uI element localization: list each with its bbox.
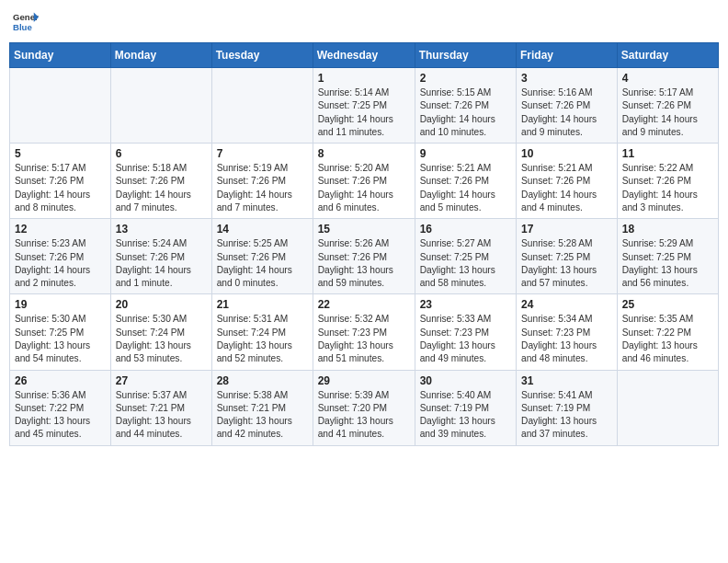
- calendar-week-3: 12Sunrise: 5:23 AM Sunset: 7:26 PM Dayli…: [10, 219, 719, 294]
- calendar-cell: 8Sunrise: 5:20 AM Sunset: 7:26 PM Daylig…: [313, 144, 415, 219]
- logo: General Blue: [13, 9, 39, 35]
- day-header-wednesday: Wednesday: [313, 43, 415, 68]
- calendar-cell: 9Sunrise: 5:21 AM Sunset: 7:26 PM Daylig…: [415, 144, 516, 219]
- calendar-cell: 30Sunrise: 5:40 AM Sunset: 7:19 PM Dayli…: [415, 370, 516, 445]
- calendar-cell: 10Sunrise: 5:21 AM Sunset: 7:26 PM Dayli…: [517, 144, 618, 219]
- day-info: Sunrise: 5:37 AM Sunset: 7:21 PM Dayligh…: [116, 389, 207, 442]
- day-number: 12: [15, 223, 106, 236]
- day-number: 23: [420, 298, 511, 311]
- day-number: 10: [521, 147, 612, 160]
- day-number: 13: [116, 223, 207, 236]
- day-info: Sunrise: 5:33 AM Sunset: 7:23 PM Dayligh…: [420, 313, 511, 365]
- day-number: 16: [420, 223, 511, 236]
- day-info: Sunrise: 5:30 AM Sunset: 7:25 PM Dayligh…: [15, 313, 106, 365]
- day-info: Sunrise: 5:41 AM Sunset: 7:19 PM Dayligh…: [521, 389, 612, 442]
- calendar-table: SundayMondayTuesdayWednesdayThursdayFrid…: [9, 42, 719, 446]
- day-info: Sunrise: 5:22 AM Sunset: 7:26 PM Dayligh…: [622, 162, 713, 214]
- day-number: 17: [521, 223, 612, 236]
- day-header-monday: Monday: [110, 43, 211, 68]
- calendar-cell: 19Sunrise: 5:30 AM Sunset: 7:25 PM Dayli…: [10, 294, 111, 370]
- page-header: General Blue: [9, 9, 719, 35]
- calendar-cell: 6Sunrise: 5:18 AM Sunset: 7:26 PM Daylig…: [110, 144, 211, 219]
- day-info: Sunrise: 5:36 AM Sunset: 7:22 PM Dayligh…: [15, 389, 106, 442]
- calendar-week-1: 1Sunrise: 5:14 AM Sunset: 7:25 PM Daylig…: [10, 68, 719, 144]
- day-number: 1: [318, 72, 410, 85]
- calendar-cell: 14Sunrise: 5:25 AM Sunset: 7:26 PM Dayli…: [211, 219, 313, 294]
- day-info: Sunrise: 5:17 AM Sunset: 7:26 PM Dayligh…: [15, 162, 106, 214]
- day-info: Sunrise: 5:25 AM Sunset: 7:26 PM Dayligh…: [217, 237, 308, 290]
- day-number: 14: [217, 223, 308, 236]
- day-info: Sunrise: 5:39 AM Sunset: 7:20 PM Dayligh…: [318, 389, 410, 442]
- day-info: Sunrise: 5:30 AM Sunset: 7:24 PM Dayligh…: [116, 313, 207, 365]
- day-number: 30: [420, 374, 511, 387]
- day-number: 8: [318, 147, 410, 160]
- calendar-cell: 29Sunrise: 5:39 AM Sunset: 7:20 PM Dayli…: [313, 370, 415, 445]
- day-number: 9: [420, 147, 511, 160]
- day-number: 11: [622, 147, 713, 160]
- day-info: Sunrise: 5:17 AM Sunset: 7:26 PM Dayligh…: [622, 86, 713, 139]
- calendar-week-4: 19Sunrise: 5:30 AM Sunset: 7:25 PM Dayli…: [10, 294, 719, 370]
- calendar-cell: 16Sunrise: 5:27 AM Sunset: 7:25 PM Dayli…: [415, 219, 516, 294]
- calendar-cell: 20Sunrise: 5:30 AM Sunset: 7:24 PM Dayli…: [110, 294, 211, 370]
- day-number: 29: [318, 374, 410, 387]
- calendar-cell: [211, 68, 313, 144]
- calendar-cell: 2Sunrise: 5:15 AM Sunset: 7:26 PM Daylig…: [415, 68, 516, 144]
- day-info: Sunrise: 5:34 AM Sunset: 7:23 PM Dayligh…: [521, 313, 612, 365]
- calendar-cell: 3Sunrise: 5:16 AM Sunset: 7:26 PM Daylig…: [517, 68, 618, 144]
- calendar-cell: 23Sunrise: 5:33 AM Sunset: 7:23 PM Dayli…: [415, 294, 516, 370]
- calendar-cell: 15Sunrise: 5:26 AM Sunset: 7:26 PM Dayli…: [313, 219, 415, 294]
- day-info: Sunrise: 5:31 AM Sunset: 7:24 PM Dayligh…: [217, 313, 308, 365]
- day-number: 3: [521, 72, 612, 85]
- day-number: 20: [116, 298, 207, 311]
- day-info: Sunrise: 5:21 AM Sunset: 7:26 PM Dayligh…: [521, 162, 612, 214]
- calendar-cell: [110, 68, 211, 144]
- calendar-header: SundayMondayTuesdayWednesdayThursdayFrid…: [10, 43, 719, 68]
- day-number: 18: [622, 223, 713, 236]
- day-info: Sunrise: 5:20 AM Sunset: 7:26 PM Dayligh…: [318, 162, 410, 214]
- day-info: Sunrise: 5:28 AM Sunset: 7:25 PM Dayligh…: [521, 237, 612, 290]
- day-info: Sunrise: 5:15 AM Sunset: 7:26 PM Dayligh…: [420, 86, 511, 139]
- calendar-cell: 7Sunrise: 5:19 AM Sunset: 7:26 PM Daylig…: [211, 144, 313, 219]
- day-info: Sunrise: 5:40 AM Sunset: 7:19 PM Dayligh…: [420, 389, 511, 442]
- calendar-week-2: 5Sunrise: 5:17 AM Sunset: 7:26 PM Daylig…: [10, 144, 719, 219]
- day-info: Sunrise: 5:26 AM Sunset: 7:26 PM Dayligh…: [318, 237, 410, 290]
- calendar-cell: 12Sunrise: 5:23 AM Sunset: 7:26 PM Dayli…: [10, 219, 111, 294]
- day-number: 31: [521, 374, 612, 387]
- day-header-saturday: Saturday: [617, 43, 718, 68]
- day-info: Sunrise: 5:29 AM Sunset: 7:25 PM Dayligh…: [622, 237, 713, 290]
- day-info: Sunrise: 5:19 AM Sunset: 7:26 PM Dayligh…: [217, 162, 308, 214]
- day-header-tuesday: Tuesday: [211, 43, 313, 68]
- day-header-sunday: Sunday: [10, 43, 111, 68]
- day-number: 22: [318, 298, 410, 311]
- calendar-cell: 26Sunrise: 5:36 AM Sunset: 7:22 PM Dayli…: [10, 370, 111, 445]
- calendar-week-5: 26Sunrise: 5:36 AM Sunset: 7:22 PM Dayli…: [10, 370, 719, 445]
- day-info: Sunrise: 5:18 AM Sunset: 7:26 PM Dayligh…: [116, 162, 207, 214]
- day-header-friday: Friday: [517, 43, 618, 68]
- day-info: Sunrise: 5:16 AM Sunset: 7:26 PM Dayligh…: [521, 86, 612, 139]
- day-number: 28: [217, 374, 308, 387]
- day-number: 4: [622, 72, 713, 85]
- day-info: Sunrise: 5:21 AM Sunset: 7:26 PM Dayligh…: [420, 162, 511, 214]
- day-number: 2: [420, 72, 511, 85]
- day-info: Sunrise: 5:32 AM Sunset: 7:23 PM Dayligh…: [318, 313, 410, 365]
- calendar-cell: 31Sunrise: 5:41 AM Sunset: 7:19 PM Dayli…: [517, 370, 618, 445]
- day-number: 24: [521, 298, 612, 311]
- day-number: 7: [217, 147, 308, 160]
- day-header-thursday: Thursday: [415, 43, 516, 68]
- calendar-cell: 21Sunrise: 5:31 AM Sunset: 7:24 PM Dayli…: [211, 294, 313, 370]
- day-info: Sunrise: 5:23 AM Sunset: 7:26 PM Dayligh…: [15, 237, 106, 290]
- logo-icon: General Blue: [13, 9, 39, 35]
- calendar-cell: 4Sunrise: 5:17 AM Sunset: 7:26 PM Daylig…: [617, 68, 718, 144]
- day-number: 21: [217, 298, 308, 311]
- day-info: Sunrise: 5:27 AM Sunset: 7:25 PM Dayligh…: [420, 237, 511, 290]
- day-info: Sunrise: 5:24 AM Sunset: 7:26 PM Dayligh…: [116, 237, 207, 290]
- calendar-cell: [617, 370, 718, 445]
- calendar-cell: 24Sunrise: 5:34 AM Sunset: 7:23 PM Dayli…: [517, 294, 618, 370]
- day-number: 15: [318, 223, 410, 236]
- calendar-cell: 5Sunrise: 5:17 AM Sunset: 7:26 PM Daylig…: [10, 144, 111, 219]
- calendar-cell: 17Sunrise: 5:28 AM Sunset: 7:25 PM Dayli…: [517, 219, 618, 294]
- calendar-cell: 1Sunrise: 5:14 AM Sunset: 7:25 PM Daylig…: [313, 68, 415, 144]
- calendar-cell: 18Sunrise: 5:29 AM Sunset: 7:25 PM Dayli…: [617, 219, 718, 294]
- day-number: 25: [622, 298, 713, 311]
- day-info: Sunrise: 5:14 AM Sunset: 7:25 PM Dayligh…: [318, 86, 410, 139]
